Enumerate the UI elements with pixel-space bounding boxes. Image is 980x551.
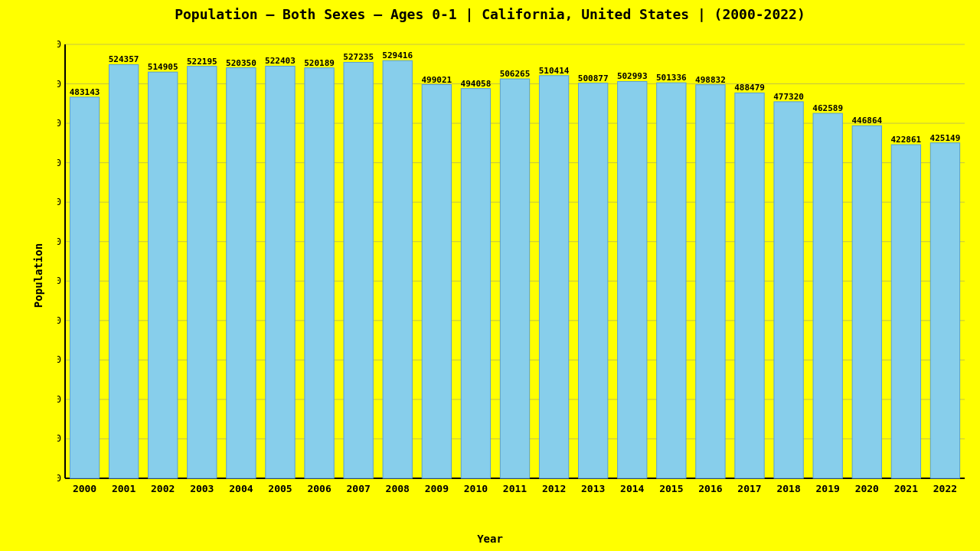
svg-text:2004: 2004 (229, 483, 253, 494)
svg-text:520350: 520350 (226, 58, 256, 68)
svg-text:2011: 2011 (503, 483, 527, 494)
svg-text:2022: 2022 (933, 483, 957, 494)
svg-text:2005: 2005 (268, 483, 292, 494)
svg-text:100,000: 100,000 (57, 393, 61, 405)
svg-text:498832: 498832 (695, 75, 726, 85)
svg-rect-77 (735, 93, 764, 478)
svg-text:2020: 2020 (855, 483, 879, 494)
chart-container: Population – Both Sexes – Ages 0-1 | Cal… (0, 0, 980, 551)
svg-text:2017: 2017 (737, 483, 761, 494)
chart-svg: 050,000100,000150,000200,000250,000300,0… (57, 21, 972, 505)
svg-text:2019: 2019 (816, 483, 840, 494)
svg-text:488479: 488479 (734, 83, 765, 93)
svg-rect-89 (891, 145, 920, 478)
svg-text:506265: 506265 (500, 69, 531, 79)
svg-text:150,000: 150,000 (57, 354, 61, 365)
svg-rect-65 (579, 83, 608, 478)
svg-text:2003: 2003 (190, 483, 214, 494)
svg-text:250,000: 250,000 (57, 275, 61, 286)
svg-text:477320: 477320 (773, 92, 804, 102)
svg-text:500,000: 500,000 (57, 78, 61, 90)
svg-text:2000: 2000 (73, 483, 96, 494)
svg-text:462589: 462589 (812, 103, 843, 113)
svg-rect-83 (813, 113, 842, 478)
svg-rect-86 (852, 126, 881, 478)
svg-text:350,000: 350,000 (57, 196, 61, 207)
svg-text:524357: 524357 (109, 54, 139, 64)
svg-text:425149: 425149 (930, 133, 961, 143)
svg-text:446864: 446864 (851, 116, 882, 126)
svg-text:300,000: 300,000 (57, 236, 61, 247)
svg-rect-59 (500, 79, 529, 478)
svg-text:0: 0 (57, 472, 61, 484)
svg-rect-44 (305, 68, 334, 478)
svg-rect-26 (70, 97, 99, 478)
svg-rect-38 (227, 68, 256, 478)
svg-text:2014: 2014 (620, 483, 644, 494)
svg-text:500877: 500877 (578, 73, 609, 83)
svg-text:502993: 502993 (617, 71, 648, 81)
svg-text:422861: 422861 (890, 135, 921, 145)
svg-text:527235: 527235 (343, 52, 374, 62)
svg-text:200,000: 200,000 (57, 315, 61, 326)
svg-text:2010: 2010 (464, 483, 488, 494)
svg-text:522195: 522195 (187, 57, 217, 67)
svg-text:520189: 520189 (304, 58, 335, 68)
svg-text:2002: 2002 (151, 483, 175, 494)
y-axis-label: Population (32, 243, 44, 308)
svg-text:2018: 2018 (776, 483, 800, 494)
chart-title: Population – Both Sexes – Ages 0-1 | Cal… (0, 0, 980, 22)
svg-rect-53 (422, 85, 451, 478)
x-axis-label: Year (477, 533, 503, 545)
svg-text:510414: 510414 (539, 66, 570, 76)
svg-text:2008: 2008 (386, 483, 410, 494)
svg-rect-92 (930, 143, 959, 478)
svg-text:499021: 499021 (421, 75, 452, 85)
svg-text:529416: 529416 (382, 51, 413, 60)
svg-text:2009: 2009 (425, 483, 449, 494)
svg-text:2015: 2015 (659, 483, 683, 494)
svg-text:501336: 501336 (656, 73, 687, 83)
svg-text:483143: 483143 (70, 87, 100, 97)
svg-text:2021: 2021 (894, 483, 918, 494)
svg-rect-80 (774, 102, 803, 478)
svg-text:514905: 514905 (148, 62, 178, 72)
svg-rect-74 (696, 85, 725, 478)
svg-text:50,000: 50,000 (57, 432, 61, 444)
svg-text:522403: 522403 (265, 56, 296, 66)
svg-rect-29 (109, 64, 138, 478)
svg-rect-62 (539, 76, 568, 478)
svg-rect-50 (383, 60, 412, 478)
svg-rect-71 (657, 83, 686, 478)
svg-rect-32 (149, 72, 178, 478)
svg-text:550,000: 550,000 (57, 38, 61, 50)
svg-text:2006: 2006 (307, 483, 331, 494)
svg-rect-68 (618, 81, 647, 478)
svg-rect-56 (461, 89, 490, 478)
svg-text:2013: 2013 (581, 483, 605, 494)
svg-text:494058: 494058 (461, 79, 492, 89)
svg-rect-35 (188, 67, 217, 478)
svg-rect-41 (266, 66, 295, 478)
svg-rect-47 (344, 62, 373, 478)
svg-text:400,000: 400,000 (57, 157, 61, 168)
svg-text:2016: 2016 (698, 483, 722, 494)
svg-text:2007: 2007 (346, 483, 370, 494)
svg-text:2012: 2012 (542, 483, 566, 494)
svg-text:2001: 2001 (112, 483, 136, 494)
svg-text:450,000: 450,000 (57, 117, 61, 129)
